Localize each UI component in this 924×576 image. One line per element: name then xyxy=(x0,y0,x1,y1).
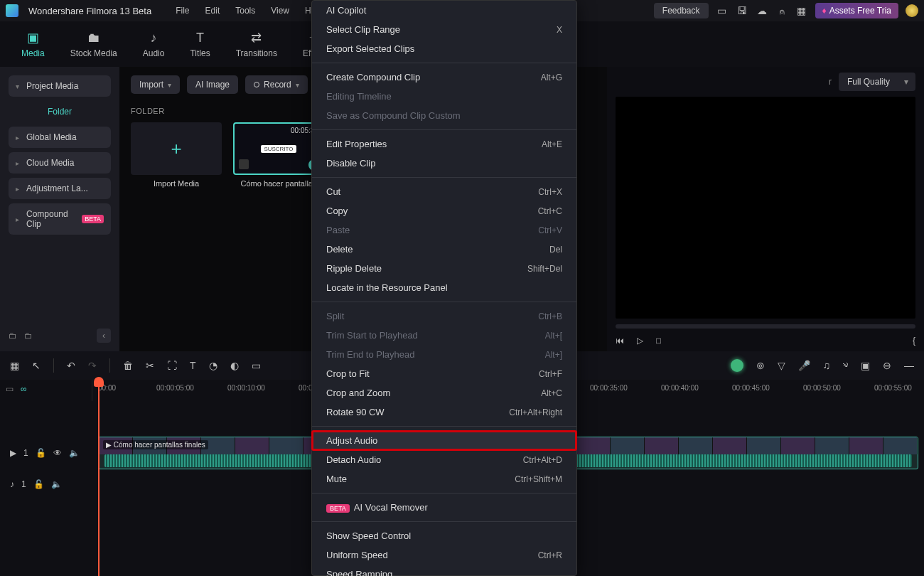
undo-icon[interactable]: ↶ xyxy=(67,360,75,371)
play-overlay-icon xyxy=(239,159,249,169)
shortcut-label: Alt+C xyxy=(541,388,562,398)
ctx-crop-to-fit[interactable]: Crop to FitCtrl+F xyxy=(312,364,576,383)
ctx-uniform-speed[interactable]: Uniform SpeedCtrl+R xyxy=(312,545,576,565)
menu-tools[interactable]: Tools xyxy=(235,6,255,16)
delete-icon[interactable]: 🗑 xyxy=(123,360,133,371)
ctx-crop-and-zoom[interactable]: Crop and ZoomAlt+C xyxy=(312,383,576,402)
more-icon[interactable]: ▭ xyxy=(252,360,261,371)
ctx-speed-ramping[interactable]: Speed Ramping xyxy=(312,565,576,576)
user-avatar[interactable] xyxy=(906,4,918,17)
split-icon[interactable]: ✂ xyxy=(146,360,154,371)
menu-edit[interactable]: Edit xyxy=(205,6,220,16)
ctx-adjust-audio[interactable]: Adjust Audio xyxy=(312,431,576,450)
ai-icon[interactable] xyxy=(731,359,743,372)
lock-icon[interactable]: 🔓 xyxy=(36,448,46,458)
transitions-icon: ⇄ xyxy=(251,30,262,46)
chevron-down-icon: ▾ xyxy=(168,81,171,89)
quality-dropdown[interactable]: Full Quality xyxy=(839,73,915,91)
lock-icon[interactable]: 🔓 xyxy=(33,479,44,489)
chevron-down-icon: ▾ xyxy=(296,81,299,89)
ctx-locate-in-the-resource-panel[interactable]: Locate in the Resource Panel xyxy=(312,278,576,297)
sidebar-cloud-media[interactable]: ▸Cloud Media xyxy=(9,152,111,174)
new-folder-icon[interactable]: 🗀 xyxy=(9,331,17,341)
chevron-right-icon: ▸ xyxy=(16,134,19,142)
cloud-icon[interactable]: ☁ xyxy=(756,4,768,17)
crop-icon[interactable]: ⛶ xyxy=(167,360,177,371)
new-bin-icon[interactable]: 🗀 xyxy=(24,331,33,341)
playhead[interactable] xyxy=(98,380,100,576)
preview-scrubber[interactable] xyxy=(616,324,915,329)
ai-image-button[interactable]: AI Image xyxy=(187,75,238,94)
preview-label-r: r xyxy=(829,77,832,87)
media-sidebar: ▾Project Media Folder ▸Global Media ▸Clo… xyxy=(0,67,119,351)
ctx-ai-copilot[interactable]: AI Copilot xyxy=(312,1,576,20)
sidebar-project-media[interactable]: ▾Project Media xyxy=(9,75,111,97)
zoom-line-icon[interactable]: — xyxy=(904,360,914,371)
menu-view[interactable]: View xyxy=(271,6,289,16)
collapse-sidebar-icon[interactable]: ‹ xyxy=(97,329,111,343)
cursor-icon[interactable]: ↖ xyxy=(32,360,41,371)
preview-canvas[interactable] xyxy=(616,97,915,319)
adjust-icon[interactable]: ༄ xyxy=(843,360,848,371)
beta-badge: BETA xyxy=(82,215,104,223)
import-media-tile[interactable]: + xyxy=(131,122,222,175)
marker-icon[interactable]: ▽ xyxy=(778,360,785,371)
text-icon[interactable]: T xyxy=(190,360,196,371)
ctx-copy[interactable]: CopyCtrl+C xyxy=(312,201,576,220)
mute-icon[interactable]: 🔈 xyxy=(51,479,62,489)
sidebar-folder[interactable]: Folder xyxy=(9,101,111,122)
grid-icon[interactable]: ▦ xyxy=(795,4,808,17)
ctx-delete[interactable]: DeleteDel xyxy=(312,240,576,259)
ctx-edit-properties[interactable]: Edit PropertiesAlt+E xyxy=(312,134,576,154)
tab-audio[interactable]: ♪Audio xyxy=(143,31,165,58)
mixer-icon[interactable]: ⊚ xyxy=(756,360,765,371)
import-dropdown[interactable]: Import▾ xyxy=(131,75,180,94)
audio-track-icon: ♪ xyxy=(10,479,14,489)
ctx-cut[interactable]: CutCtrl+X xyxy=(312,182,576,201)
ctx-select-clip-range[interactable]: Select Clip RangeX xyxy=(312,20,576,39)
tab-media[interactable]: ▣Media xyxy=(21,30,45,58)
redo-icon[interactable]: ↷ xyxy=(88,360,97,371)
track-manager-icon[interactable]: ▭ xyxy=(6,384,14,397)
mute-icon[interactable]: 🔈 xyxy=(69,448,80,458)
ctx-create-compound-clip[interactable]: Create Compound ClipAlt+G xyxy=(312,68,576,87)
ctx-show-speed-control[interactable]: Show Speed Control xyxy=(312,526,576,545)
display-icon[interactable]: ▭ xyxy=(716,4,729,17)
feedback-button[interactable]: Feedback xyxy=(654,3,709,18)
assets-button[interactable]: ♦Assets Free Tria xyxy=(815,3,898,18)
ctx-rotate-90-cw[interactable]: Rotate 90 CWCtrl+Alt+Right xyxy=(312,402,576,422)
stop-icon[interactable]: □ xyxy=(656,336,661,346)
step-back-icon[interactable]: ⏮ xyxy=(616,336,624,346)
zoom-out-icon[interactable]: ⊖ xyxy=(883,360,891,371)
link-icon[interactable]: ∞ xyxy=(21,384,27,397)
ctx-trim-start-to-playhead: Trim Start to PlayheadAlt+[ xyxy=(312,326,576,345)
record-dropdown[interactable]: Record▾ xyxy=(245,75,308,94)
media-clip-tile[interactable]: 00:05:38 SUSCRITO ✓ xyxy=(233,122,324,175)
media-icon: ▣ xyxy=(27,30,39,46)
play-icon[interactable]: ▷ xyxy=(637,336,643,346)
ctx-detach-audio[interactable]: Detach AudioCtrl+Alt+D xyxy=(312,450,576,469)
ctx-export-selected-clips[interactable]: Export Selected Clips xyxy=(312,39,576,58)
tab-transitions[interactable]: ⇄Transitions xyxy=(236,30,277,58)
sidebar-adjustment-layer[interactable]: ▸Adjustment La... xyxy=(9,178,111,199)
settings-icon[interactable]: { xyxy=(913,336,915,346)
ctx-mute[interactable]: MuteCtrl+Shift+M xyxy=(312,469,576,489)
headphones-icon[interactable]: ⍝ xyxy=(775,4,788,17)
ctx-ai-vocal-remover[interactable]: BETAAI Vocal Remover xyxy=(312,498,576,517)
color-icon[interactable]: ◐ xyxy=(230,360,239,371)
menu-file[interactable]: File xyxy=(176,6,189,16)
sidebar-compound-clip[interactable]: ▸Compound ClipBETA xyxy=(9,203,111,235)
ctx-disable-clip[interactable]: Disable Clip xyxy=(312,154,576,173)
mic-icon[interactable]: 🎤 xyxy=(798,360,810,371)
eye-icon[interactable]: 👁 xyxy=(53,448,62,458)
sidebar-global-media[interactable]: ▸Global Media xyxy=(9,127,111,148)
render-icon[interactable]: ▣ xyxy=(861,360,870,371)
save-icon[interactable]: 🖫 xyxy=(736,4,748,17)
layout-icon[interactable]: ▦ xyxy=(10,360,19,371)
music-icon[interactable]: ♫ xyxy=(823,360,831,371)
tab-titles[interactable]: TTitles xyxy=(190,31,210,58)
tab-stock-media[interactable]: 🖿Stock Media xyxy=(70,31,117,58)
ctx-ripple-delete[interactable]: Ripple DeleteShift+Del xyxy=(312,259,576,278)
speed-icon[interactable]: ◔ xyxy=(209,360,217,371)
shortcut-label: Ctrl+C xyxy=(538,206,562,216)
